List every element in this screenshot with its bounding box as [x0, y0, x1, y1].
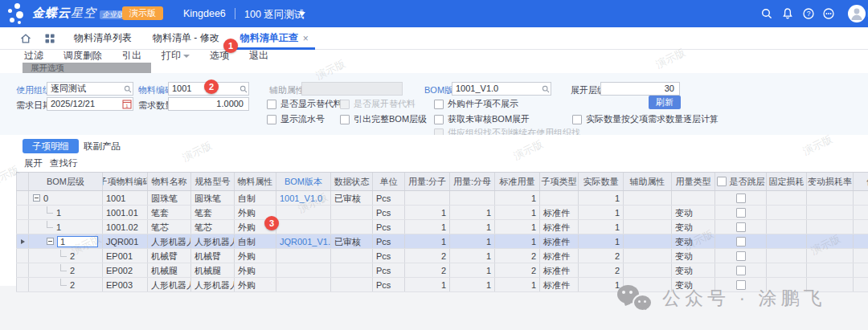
grid-header-cell: 辅助属性: [624, 173, 672, 190]
checkbox-icon[interactable]: [267, 100, 276, 109]
cell-qty-type: [672, 191, 715, 205]
expand-button[interactable]: 展开: [24, 157, 43, 169]
checkbox-icon[interactable]: [736, 237, 746, 246]
checkbox-icon[interactable]: [736, 251, 746, 261]
cell-name: 人形机器人电机: [148, 278, 191, 291]
wechat-account-text: 公众号 · 涂鹏飞: [662, 286, 825, 311]
checkbox-icon[interactable]: [736, 266, 746, 275]
checkbox-unaudited-bom[interactable]: 获取未审核BOM展开: [434, 113, 530, 125]
cell-var-loss: [807, 234, 854, 248]
checkbox-icon[interactable]: [736, 208, 746, 218]
notification-bell-icon[interactable]: [781, 7, 794, 20]
collapse-minus-icon[interactable]: [47, 238, 54, 245]
home-icon[interactable]: [19, 32, 32, 45]
close-icon[interactable]: ×: [303, 33, 309, 44]
cell-sub-type: 标准件: [540, 220, 579, 234]
cell-unit: Pcs: [373, 263, 405, 277]
checkbox-icon[interactable]: [434, 115, 444, 124]
bom-level-cell[interactable]: 2: [29, 249, 103, 263]
checkbox-show-serial[interactable]: 显示流水号: [267, 113, 325, 125]
cell-denominator: [450, 191, 495, 205]
skip-level-cell[interactable]: [715, 191, 767, 205]
find-row-button[interactable]: 查找行: [50, 157, 78, 169]
skip-level-cell[interactable]: [715, 249, 767, 263]
grid-header-cell: 借: [854, 173, 868, 190]
tab-bom-modify[interactable]: 物料清单 - 修改: [146, 27, 226, 49]
bom-level-cell[interactable]: 2: [29, 278, 103, 291]
print-button[interactable]: 打印: [162, 49, 190, 62]
bom-level-cell[interactable]: 1: [29, 206, 103, 219]
org-selector[interactable]: 100 逐同测试: [244, 8, 304, 22]
tab-bom-forward-query[interactable]: 物料清单正查 ×: [234, 27, 315, 49]
bom-version-input[interactable]: 1001_V1.0: [452, 82, 551, 96]
checkbox-actual-qty-by-parent[interactable]: 实际数量按父项需求数量逐层计算: [572, 113, 719, 125]
tab-bom-list[interactable]: 物料清单列表: [68, 27, 138, 49]
skip-level-cell[interactable]: [715, 220, 767, 234]
checkbox-icon[interactable]: [717, 177, 727, 186]
current-row-arrow-icon: [21, 239, 25, 244]
checkbox-icon[interactable]: [736, 194, 746, 203]
apps-grid-icon[interactable]: [43, 32, 56, 45]
tab-child-detail[interactable]: 子项明细: [23, 139, 79, 153]
table-row[interactable]: 2EP002机械腿机械腿外购Pcs212标准件2变动: [16, 263, 868, 278]
checkbox-export-full-bom[interactable]: 引出完整BOM层级: [340, 113, 427, 125]
checkbox-show-substitute[interactable]: 是否显示替代料: [267, 98, 342, 110]
expand-options-tab[interactable]: 展开选项: [23, 63, 151, 73]
schedule-delete-button[interactable]: 调度删除: [63, 49, 102, 62]
grid-header-cell: 用量:分母: [450, 173, 495, 190]
demand-qty-input[interactable]: 1.0000: [168, 97, 249, 111]
use-org-input[interactable]: 逐同测试: [47, 82, 133, 96]
cell-status: [331, 263, 373, 277]
calendar-icon[interactable]: 1: [122, 99, 132, 109]
search-icon[interactable]: [124, 85, 132, 93]
table-row[interactable]: 2EP001机械臂机械臂外购Pcs212标准件2变动: [16, 249, 868, 263]
brand-title: 金蝶云星空: [32, 6, 96, 21]
filter-button[interactable]: 过滤: [24, 49, 43, 62]
exit-button[interactable]: 退出: [249, 49, 268, 62]
clipped-cell: [854, 263, 868, 277]
chevron-down-icon[interactable]: [299, 12, 305, 16]
checkbox-icon[interactable]: [736, 222, 746, 232]
assistant-icon[interactable]: [822, 7, 835, 20]
help-icon[interactable]: ?: [802, 7, 815, 20]
tab-co-products[interactable]: 联副产品: [74, 139, 130, 153]
cell-fixed-loss: [767, 191, 807, 205]
bom-level-cell[interactable]: 2: [29, 263, 103, 277]
search-icon[interactable]: [760, 7, 773, 20]
table-row[interactable]: 11001.02笔芯笔芯外购Pcs111标准件1变动: [16, 220, 868, 234]
avatar[interactable]: [848, 5, 866, 22]
checkbox-icon[interactable]: [434, 100, 444, 109]
skip-level-cell[interactable]: [715, 234, 767, 248]
cell-name: 圆珠笔: [148, 191, 191, 205]
cell-sub-type: 标准件: [540, 234, 579, 248]
checkbox-hide-purchased-children[interactable]: 外购件子项不展示: [434, 98, 518, 110]
table-row[interactable]: 01001圆珠笔圆珠笔自制1001_V1.0已审核Pcs11: [16, 191, 868, 206]
cell-code: EP002: [103, 263, 148, 277]
skip-level-cell[interactable]: [715, 263, 767, 277]
skip-level-cell[interactable]: [715, 206, 767, 219]
search-icon[interactable]: [240, 85, 248, 93]
bom-level-cell[interactable]: 1: [29, 220, 103, 234]
bom-level-cell[interactable]: 1: [29, 234, 103, 248]
checkbox-icon[interactable]: [267, 115, 276, 124]
checkbox-icon[interactable]: [572, 115, 582, 124]
collapse-minus-icon[interactable]: [33, 194, 40, 202]
grid-header-cell: 物料属性: [235, 173, 276, 190]
level-text: 0: [43, 192, 48, 205]
demand-date-input[interactable]: 2025/12/21: [47, 97, 133, 111]
table-row[interactable]: 1JQR001人形机器人人形机器人自制JQR001_V1.0已审核Pcs111标…: [16, 234, 868, 249]
checkbox-icon[interactable]: [340, 115, 350, 124]
table-row[interactable]: 11001.01笔套笔套外购Pcs111标准件1变动: [16, 206, 868, 220]
refresh-button[interactable]: 刷新: [649, 96, 681, 109]
cell-sub-type: 标准件: [540, 278, 579, 291]
cell-bom-version: JQR001_V1.0: [276, 234, 331, 248]
bom-level-cell[interactable]: 0: [29, 191, 103, 205]
search-icon[interactable]: [542, 85, 550, 93]
focused-level-cell[interactable]: 1: [57, 236, 98, 247]
expand-level-input[interactable]: 30: [600, 82, 680, 96]
tree-connector: [60, 264, 67, 271]
grid-header-cell[interactable]: 是否跳层: [715, 173, 767, 190]
cell-status: [331, 206, 373, 219]
account-name[interactable]: Kingdee6: [183, 8, 226, 19]
export-button[interactable]: 引出: [122, 49, 141, 62]
